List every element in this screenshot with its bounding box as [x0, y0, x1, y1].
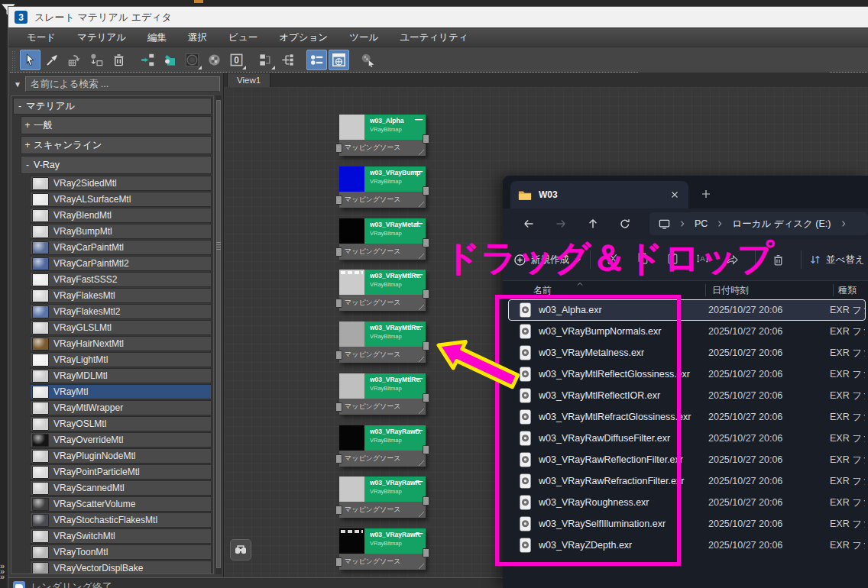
layout-all-button[interactable] — [255, 50, 276, 70]
expander-icon[interactable]: - — [14, 101, 26, 111]
sidebar-scrollbar[interactable] — [215, 95, 222, 574]
node-resize-handle[interactable] — [419, 512, 424, 517]
show-standard-map-button[interactable]: 0 — [226, 50, 247, 70]
select-by-material-button[interactable] — [358, 50, 378, 70]
node-resize-handle[interactable] — [419, 150, 424, 155]
breadcrumb-item-drive-e[interactable]: ローカル ディスク (E:) — [729, 218, 834, 231]
expander-icon[interactable]: + — [21, 140, 34, 150]
node-input-socket[interactable] — [335, 144, 342, 153]
parameter-editor-toggle[interactable] — [329, 50, 349, 70]
material-item-vraymtlwrapper[interactable]: VRayMtlWrapper — [30, 400, 212, 415]
sidebar-scrollbar-handle[interactable] — [216, 100, 221, 568]
material-item-vraystochasticflakesmtl[interactable]: VRayStochasticFlakesMtl — [30, 512, 212, 528]
node-output-socket[interactable] — [423, 548, 429, 557]
material-node-w03-alpha[interactable]: w03_AlphaVRayBitmap—マッピングソース — [339, 115, 426, 156]
explorer-tab-w03[interactable]: W03 — [510, 181, 688, 208]
expander-icon[interactable]: - — [21, 160, 34, 170]
material-item-vraycarpaintmtl[interactable]: VRayCarPaintMtl — [30, 240, 212, 255]
breadcrumb-item-pc[interactable]: PC — [691, 218, 711, 229]
assign-material-to-selection-button[interactable] — [160, 50, 180, 70]
toolbar-grip-handle[interactable] — [11, 50, 16, 70]
column-header-name[interactable]: 名前 — [503, 284, 705, 297]
node-minimize-icon[interactable]: — — [415, 322, 423, 331]
node-resize-handle[interactable] — [419, 409, 424, 414]
node-minimize-icon[interactable]: — — [415, 374, 423, 383]
material-item-vraybumpmtl[interactable]: VRayBumpMtl — [30, 224, 212, 239]
material-item-vraypointparticlemtl[interactable]: VRayPointParticleMtl — [30, 464, 212, 480]
delete-selected-button[interactable] — [108, 50, 129, 70]
material-item-vrayflakesmtl[interactable]: VRayFlakesMtl — [30, 288, 212, 303]
node-output-socket[interactable] — [423, 445, 429, 454]
new-item-button[interactable]: 新規作成 — [513, 254, 582, 267]
node-input-socket[interactable] — [335, 402, 342, 412]
material-item-vrayscannedmtl[interactable]: VRayScannedMtl — [30, 480, 212, 496]
node-resize-handle[interactable] — [419, 357, 424, 362]
node-minimize-icon[interactable]: — — [415, 115, 423, 124]
node-resize-handle[interactable] — [419, 564, 424, 569]
material-node-w03-vrayrawr[interactable]: w03_VRayRawR...VRayBitmap—マッピングソース — [339, 477, 426, 518]
menu-item-item[interactable]: オプション — [268, 28, 338, 47]
node-minimize-icon[interactable]: — — [415, 529, 423, 538]
material-item-vraymtl[interactable]: VRayMtl — [30, 384, 212, 399]
material-item-vray2sidedmtl[interactable]: VRay2SidedMtl — [30, 176, 212, 191]
menu-item-item[interactable]: ビュー — [218, 28, 268, 47]
file-row-w03-vrayrawrefractionfilter-exr[interactable]: w03_VRayRawRefractionFilter.exr2025/10/2… — [508, 470, 866, 492]
material-node-w03-vraymtlre[interactable]: w03_VRayMtlRe...VRayBitmap—マッピングソース — [339, 373, 426, 415]
material-item-vrayscattervolume[interactable]: VRayScatterVolume — [30, 496, 212, 512]
get-material-button[interactable] — [64, 50, 85, 70]
material-item-vraylightmtl[interactable]: VRayLightMtl — [30, 352, 212, 367]
file-row-w03-vraymetalness-exr[interactable]: w03_VRayMetalness.exr2025/10/27 20:06EXR… — [508, 342, 866, 363]
menu-item-item[interactable]: 編集 — [137, 28, 177, 47]
paste-icon[interactable] — [666, 252, 679, 265]
sidebar-scrollbar-grip[interactable] — [216, 242, 221, 251]
tree-group-v-ray[interactable]: -V-Ray — [21, 156, 212, 174]
node-output-socket[interactable] — [423, 238, 429, 247]
menu-item-item[interactable]: ユーティリティ — [389, 28, 478, 47]
browser-options-dropdown[interactable]: ▼ — [10, 76, 25, 92]
editor-titlebar[interactable]: 3 スレート マテリアル エディタ — [8, 7, 868, 27]
up-icon[interactable] — [587, 218, 599, 230]
node-minimize-icon[interactable]: — — [415, 477, 423, 486]
menu-item-item[interactable]: モード — [16, 28, 66, 47]
material-item-vrayfastsss2[interactable]: VRayFastSSS2 — [30, 272, 212, 287]
tab-view1[interactable]: View1 — [227, 73, 270, 87]
node-resize-handle[interactable] — [419, 202, 424, 207]
select-tool-button[interactable] — [20, 50, 40, 70]
material-node-w03-vraybump[interactable]: w03_VRayBump...VRayBitmap—マッピングソース — [339, 166, 426, 208]
tree-group-item[interactable]: +一般 — [21, 116, 212, 134]
material-item-vraycarpaintmtl2[interactable]: VRayCarPaintMtl2 — [30, 256, 212, 271]
forward-icon[interactable] — [555, 218, 567, 230]
file-row-w03-vraybumpnormals-exr[interactable]: w03_VRayBumpNormals.exr2025/10/27 20:06E… — [508, 321, 866, 342]
node-output-socket[interactable] — [423, 289, 429, 299]
node-input-socket[interactable] — [335, 506, 342, 515]
tree-root-item[interactable]: -マテリアル — [13, 98, 212, 115]
material-item-vrayswitchmtl[interactable]: VRaySwitchMtl — [30, 528, 212, 544]
tab-close-icon[interactable] — [669, 189, 681, 201]
node-input-socket[interactable] — [335, 247, 342, 257]
put-to-library-button[interactable] — [86, 50, 107, 70]
node-output-socket[interactable] — [423, 134, 429, 144]
layout-children-button[interactable] — [277, 50, 298, 70]
node-output-socket[interactable] — [423, 341, 429, 351]
node-output-socket[interactable] — [423, 393, 429, 402]
search-input[interactable] — [25, 76, 220, 92]
copy-icon[interactable] — [636, 252, 649, 265]
material-item-vrayblendmtl[interactable]: VRayBlendMtl — [30, 208, 212, 223]
file-row-w03-vraymtlreflectglossiness-exr[interactable]: w03_VRayMtlReflectGlossiness.exr2025/10/… — [508, 363, 866, 385]
material-map-browser-toggle[interactable] — [306, 50, 327, 70]
rename-icon[interactable]: A — [696, 252, 709, 265]
material-item-vrayglslmtl[interactable]: VRayGLSLMtl — [30, 320, 212, 335]
back-icon[interactable] — [523, 218, 535, 230]
material-item-vraymdlmtl[interactable]: VRayMDLMtl — [30, 368, 212, 383]
tree-group-item[interactable]: +スキャンライン — [21, 136, 212, 154]
node-input-socket[interactable] — [335, 557, 342, 567]
file-row-w03-vraymtlreflectior-exr[interactable]: w03_VRayMtlReflectIOR.exr2025/10/27 20:0… — [508, 385, 866, 406]
material-node-w03-vrayrawr[interactable]: w03_VRayRawR...VRayBitmap—マッピングソース — [339, 528, 426, 570]
node-resize-handle[interactable] — [419, 305, 424, 310]
file-row-w03-vrayselfillumination-exr[interactable]: w03_VRaySelfIllumination.exr2025/10/27 2… — [508, 513, 866, 535]
node-resize-handle[interactable] — [419, 254, 424, 259]
refresh-icon[interactable] — [619, 218, 631, 230]
material-item-vrayoverridemtl[interactable]: VRayOverrideMtl — [30, 432, 212, 447]
material-item-vraypluginnodemtl[interactable]: VRayPluginNodeMtl — [30, 448, 212, 464]
node-output-socket[interactable] — [423, 496, 429, 506]
